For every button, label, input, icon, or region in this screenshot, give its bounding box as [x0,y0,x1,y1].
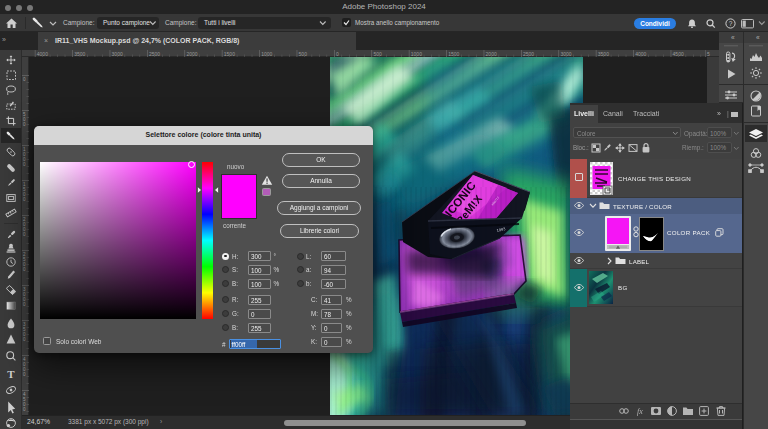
svg-text:500: 500 [373,51,382,57]
svg-text:0: 0 [336,51,339,57]
svg-text:?: ? [729,20,733,27]
svg-text:5: 5 [707,51,710,57]
svg-text:0: 0 [23,197,26,202]
svg-text:T: T [7,368,15,380]
svg-text:0: 0 [23,407,26,412]
svg-text:0: 0 [23,267,26,272]
svg-text:0: 0 [23,232,26,237]
svg-text:fx: fx [637,407,643,416]
svg-text:0: 0 [23,372,26,377]
svg-text:500: 500 [299,51,308,57]
svg-text:0: 0 [23,162,26,167]
svg-text:0: 0 [23,302,26,307]
svg-text:0: 0 [23,122,26,127]
svg-text:0: 0 [23,77,26,82]
svg-text:0: 0 [23,337,26,342]
